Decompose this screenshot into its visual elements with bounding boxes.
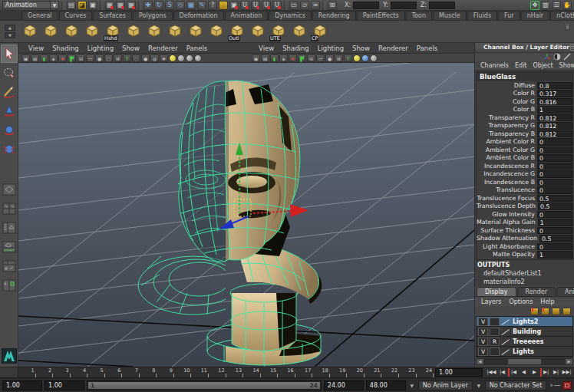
layer-display-type-toggle[interactable] (490, 348, 500, 356)
wireframe-mode-icon[interactable]: ◌ (132, 54, 140, 62)
attribute-value-field[interactable]: 1 (537, 251, 572, 259)
open-scene-icon[interactable]: ◪ (78, 1, 87, 10)
layout-persp-outliner-button[interactable] (1, 219, 18, 237)
go-to-end-button[interactable]: ▶▶| (562, 368, 572, 377)
grease-pencil-icon[interactable]: ▛ (298, 54, 306, 62)
go-to-start-button[interactable]: |◀◀ (487, 368, 496, 377)
no-lights-icon[interactable] (186, 54, 193, 62)
panel-menu-item[interactable]: View (255, 44, 278, 52)
channel-box-menu-item[interactable]: Object (531, 62, 556, 69)
safe-action-icon[interactable]: ⊠ (335, 54, 343, 62)
camera-select-icon[interactable]: ▣ (21, 54, 30, 62)
shelf-tab[interactable]: General (21, 11, 58, 20)
save-scene-icon[interactable]: ▣ (88, 1, 97, 10)
checker-mode-icon[interactable]: ❖ (160, 54, 168, 62)
shadows-icon[interactable] (194, 54, 202, 62)
layer-editor-menu-item[interactable]: Layers (479, 298, 503, 305)
panel-menu-item[interactable]: Show (348, 44, 374, 52)
panel-menu-item[interactable]: Renderer (144, 44, 182, 52)
layer-visibility-toggle[interactable]: V (478, 338, 488, 346)
shelf-tab[interactable]: Rendering (312, 11, 356, 20)
camera-select-icon[interactable]: ▣ (252, 54, 260, 62)
new-scene-icon[interactable]: ▤ (67, 1, 76, 10)
layer-editor-tab[interactable]: Anim (556, 287, 574, 296)
layout-four-view-button[interactable] (1, 199, 18, 218)
shelf-tab[interactable]: Fur (498, 11, 520, 20)
attribute-value-field[interactable]: 0 (537, 138, 572, 146)
frame-tick[interactable]: 24 (417, 367, 434, 377)
shelf-tab[interactable]: Dynamics (269, 11, 311, 20)
restore-window-icon[interactable]: ❐ (570, 44, 574, 51)
layer-row[interactable]: V Building (477, 327, 572, 337)
new-layer-from-selected-icon[interactable] (562, 308, 571, 315)
frame-tick[interactable]: 15 (261, 367, 279, 377)
shelf-tab[interactable]: Deformation (173, 11, 224, 20)
shelf-button[interactable] (20, 22, 39, 41)
shelf-tab[interactable]: Polygons (133, 11, 173, 20)
select-component-icon[interactable]: ▦ (127, 1, 136, 10)
layer-list-scrollbar[interactable]: ◀ ▶ (476, 358, 573, 365)
frame-tick[interactable]: 1 (18, 367, 36, 377)
frame-tick[interactable]: 20 (347, 367, 365, 377)
channel-box-menu-item[interactable]: Channels (478, 62, 511, 69)
shelf-tab[interactable]: Fluids (467, 11, 497, 20)
attribute-value-field[interactable]: 0 (537, 186, 572, 194)
frame-tick[interactable]: 16 (278, 367, 295, 377)
gate-mask-icon[interactable]: ● (325, 54, 334, 62)
attribute-name[interactable]: Translucence (477, 186, 537, 193)
panel-menu-item[interactable]: Shading (48, 44, 83, 52)
frame-tick[interactable]: 23 (399, 367, 417, 377)
attribute-name[interactable]: Glow Intensity (477, 211, 537, 218)
shelf-tab[interactable]: Toon (406, 11, 432, 20)
animation-preferences-icon[interactable] (562, 381, 572, 390)
range-slider-thumb[interactable]: 1 24 (88, 382, 320, 389)
frame-tick[interactable]: 6 (105, 367, 123, 377)
layer-editor-tab[interactable]: Display (477, 287, 516, 296)
attribute-name[interactable]: Color R (477, 90, 537, 97)
panel-menu-item[interactable]: Show (118, 44, 144, 52)
panel-menu-item[interactable]: Renderer (374, 44, 412, 52)
film-gate-icon[interactable]: ⊞ (77, 54, 85, 62)
frame-tick[interactable]: 2 (36, 367, 54, 377)
paint-select-tool-button[interactable] (1, 83, 18, 101)
play-forwards-button[interactable]: ▶ (529, 368, 539, 377)
drag-grip[interactable]: /// (477, 44, 483, 50)
character-set-selector[interactable]: No Character Set (485, 380, 547, 390)
shelf-up-icon[interactable]: ▲ (5, 25, 15, 31)
textured-mode-icon[interactable]: ◍ (150, 54, 159, 62)
help-icon[interactable]: ? (208, 1, 217, 10)
menu-set-selector[interactable]: Animation ▼ (2, 1, 59, 9)
attribute-name[interactable]: Matte Opacity (477, 251, 537, 258)
paint-icon[interactable]: ✎ (197, 1, 206, 10)
show-manipulator-icon[interactable]: ✥ (530, 1, 539, 10)
attribute-name[interactable]: Ambient Color G (477, 147, 537, 153)
scale-tool-button[interactable] (1, 140, 18, 159)
hyperbolic-icon[interactable] (563, 53, 571, 61)
trash-icon[interactable] (564, 22, 571, 31)
rotate-tool-button[interactable] (1, 121, 18, 140)
render-icon[interactable]: ▭ (289, 1, 299, 10)
play-backwards-button[interactable]: ◀ (519, 368, 529, 377)
layer-editor-menu-item[interactable]: Help (538, 298, 556, 305)
x-input[interactable] (353, 2, 379, 9)
snap-point-icon[interactable]: U (262, 1, 271, 10)
range-slider-track[interactable]: 1 24 (87, 380, 322, 390)
playback-end-field[interactable]: 24.00 (324, 380, 364, 390)
layer-name[interactable]: Lights (513, 348, 534, 355)
step-back-frame-button[interactable]: |◀ (497, 368, 507, 377)
lock-icon[interactable] (219, 1, 228, 10)
anim-layer-arrow-icon[interactable]: ▼ (475, 383, 483, 388)
y-input[interactable] (391, 2, 417, 9)
attribute-name[interactable]: Color B (477, 106, 537, 113)
attribute-value-field[interactable]: 0.812 (537, 122, 572, 130)
z-input[interactable] (429, 2, 455, 9)
speed-state-icon[interactable] (553, 53, 561, 61)
attribute-name[interactable]: Diffuse (477, 82, 537, 89)
default-light-icon[interactable] (361, 54, 369, 62)
layer-editor-tab[interactable]: Render (517, 287, 556, 296)
frame-tick[interactable]: 12 (209, 367, 226, 377)
viewport-scene[interactable] (18, 63, 474, 367)
shelf-button[interactable]: UTE (269, 22, 288, 41)
lattice-icon[interactable]: ▦ (186, 1, 196, 10)
layout-persp-uv-button[interactable] (1, 276, 18, 295)
